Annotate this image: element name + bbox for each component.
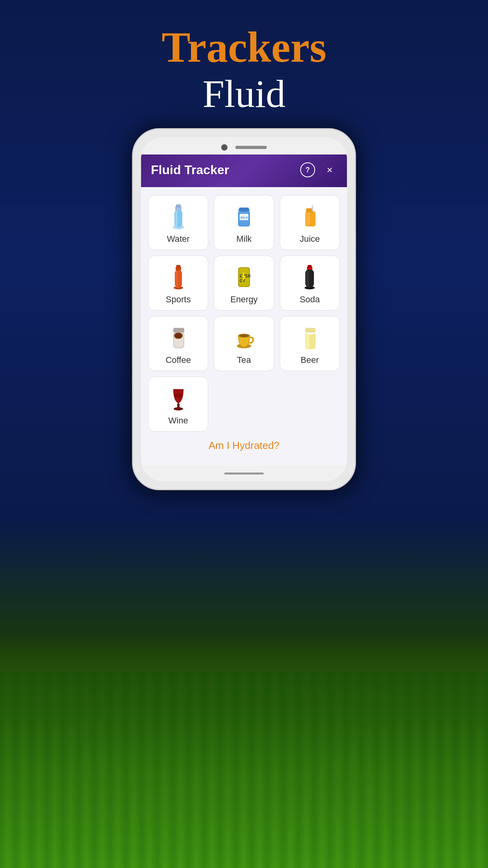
energy-label: Energy	[230, 294, 258, 305]
svg-rect-12	[306, 212, 310, 226]
phone-camera	[221, 144, 227, 151]
drink-grid-container: WaterMiLKMilkJuiceSportsENERGYEnergySoda…	[141, 187, 347, 465]
svg-rect-19	[176, 265, 180, 267]
tea-label: Tea	[237, 355, 251, 365]
drink-item-energy[interactable]: ENERGYEnergy	[214, 256, 274, 311]
phone-frame: Fluid Tracker ? × WaterMiLKMilkJuiceSpor…	[132, 128, 356, 490]
drink-item-tea[interactable]: Tea	[214, 316, 274, 371]
soda-label: Soda	[300, 294, 320, 305]
phone-speaker	[235, 146, 267, 149]
svg-rect-42	[305, 328, 316, 333]
water-icon	[168, 202, 189, 230]
page-header: Trackers Fluid	[161, 0, 326, 116]
coffee-icon	[168, 324, 189, 351]
phone-inner: Fluid Tracker ? × WaterMiLKMilkJuiceSpor…	[141, 137, 347, 481]
drink-item-water[interactable]: Water	[148, 195, 208, 250]
home-indicator	[224, 473, 264, 474]
beer-icon	[299, 324, 320, 351]
svg-point-34	[175, 333, 182, 338]
svg-rect-2	[175, 210, 178, 227]
svg-point-44	[174, 407, 183, 410]
svg-rect-28	[306, 270, 309, 287]
svg-rect-40	[306, 333, 309, 348]
drink-grid: WaterMiLKMilkJuiceSportsENERGYEnergySoda…	[148, 195, 340, 432]
milk-icon: MiLK	[233, 202, 255, 230]
drink-item-juice[interactable]: Juice	[280, 195, 340, 250]
phone-top-bar	[141, 137, 347, 154]
svg-rect-17	[176, 270, 178, 288]
tea-icon	[233, 324, 255, 351]
header-icons: ? ×	[300, 162, 337, 177]
svg-rect-4	[176, 204, 181, 208]
juice-icon	[299, 202, 320, 230]
app-title: Fluid Tracker	[151, 163, 229, 177]
svg-marker-10	[238, 208, 250, 211]
phone-bottom-bar	[141, 465, 347, 481]
svg-rect-35	[173, 328, 184, 333]
drink-item-wine[interactable]: Wine	[148, 377, 208, 432]
energy-icon: ENERGY	[233, 263, 255, 291]
hydrated-link-text[interactable]: Am I Hydrated?	[209, 440, 280, 451]
close-button[interactable]: ×	[322, 162, 337, 177]
drink-item-milk[interactable]: MiLKMilk	[214, 195, 274, 250]
soda-icon	[299, 263, 320, 291]
drink-item-beer[interactable]: Beer	[280, 316, 340, 371]
svg-point-45	[174, 393, 183, 398]
water-label: Water	[167, 234, 190, 244]
svg-text:MiLK: MiLK	[240, 216, 248, 219]
sports-icon	[168, 263, 189, 291]
sports-label: Sports	[166, 294, 191, 305]
wine-label: Wine	[169, 416, 188, 426]
juice-label: Juice	[300, 234, 320, 244]
page-title-trackers: Trackers	[161, 24, 326, 71]
page-title-fluid: Fluid	[161, 71, 326, 116]
wine-icon	[168, 384, 189, 412]
svg-rect-30	[308, 265, 312, 267]
beer-label: Beer	[301, 355, 319, 365]
hydrated-link-section: Am I Hydrated?	[148, 432, 340, 458]
drink-item-soda[interactable]: Soda	[280, 256, 340, 311]
drink-item-sports[interactable]: Sports	[148, 256, 208, 311]
milk-label: Milk	[236, 234, 251, 244]
coffee-label: Coffee	[165, 355, 191, 365]
app-header: Fluid Tracker ? ×	[141, 154, 347, 187]
drink-item-coffee[interactable]: Coffee	[148, 316, 208, 371]
svg-point-38	[239, 334, 249, 337]
help-button[interactable]: ?	[300, 162, 315, 177]
